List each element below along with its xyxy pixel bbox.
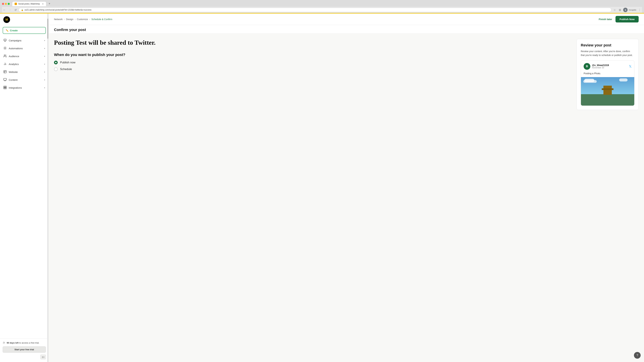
chevron-down-icon-website: ▾ — [44, 71, 45, 73]
post-headline: Posting Test will be shared to Twitter. — [54, 39, 570, 46]
sidebar-item-label-automations: Automations — [9, 47, 23, 50]
page-title: Confirm your post — [54, 28, 639, 32]
radio-schedule[interactable] — [54, 67, 58, 71]
collapse-sidebar-button[interactable]: ❙❙ — [40, 355, 46, 359]
breadcrumb-sep-3: › — [89, 18, 90, 21]
sidebar-item-analytics[interactable]: Analytics ▾ — [0, 60, 48, 68]
left-panel: Posting Test will be shared to Twitter. … — [54, 39, 576, 357]
new-tab-button[interactable]: + — [47, 1, 52, 6]
incognito-label: Incognito — [629, 9, 636, 11]
sidebar-item-label-website: Website — [9, 70, 18, 73]
content-icon — [3, 78, 7, 82]
breadcrumb-schedule-confirm: Schedule & Confirm — [92, 18, 112, 21]
analytics-icon — [3, 62, 7, 66]
browser-tab[interactable]: Social posts | Mailchimp ✕ — [12, 1, 46, 6]
post-text: Posting a Photo. — [581, 72, 634, 77]
radio-option-schedule[interactable]: Schedule — [54, 67, 570, 71]
sidebar-item-campaigns[interactable]: Campaigns ▾ — [0, 36, 48, 44]
radio-option-publish-now[interactable]: Publish now — [54, 61, 570, 64]
breadcrumb-network[interactable]: Network — [54, 18, 62, 21]
sidebar-item-automations[interactable]: Automations ▾ — [0, 44, 48, 52]
page-title-area: Confirm your post — [49, 25, 644, 33]
help-button[interactable]: ? — [634, 352, 641, 359]
chevron-down-icon-integrations: ▾ — [44, 87, 45, 89]
publish-question: When do you want to publish your post? — [54, 53, 570, 57]
breadcrumb-design[interactable]: Design — [66, 18, 74, 21]
browser-menu-button[interactable]: ⋮ — [637, 8, 642, 12]
pencil-icon: ✏️ — [6, 29, 8, 32]
sidebar-item-integrations[interactable]: Integrations ▾ — [0, 84, 48, 92]
sidebar-item-content[interactable]: Content ▾ — [0, 76, 48, 84]
sidebar-item-label-integrations: Integrations — [9, 86, 22, 89]
chevron-down-icon: ▾ — [44, 39, 45, 42]
breadcrumb-customize[interactable]: Customize — [77, 18, 88, 21]
window-close[interactable] — [2, 3, 4, 5]
sidebar-item-website[interactable]: Website ▾ — [0, 68, 48, 76]
breadcrumb-sep-1: › — [64, 18, 65, 21]
address-bar[interactable]: 🔒 us21.admin.mailchimp.com/social-posts/… — [18, 8, 612, 12]
chevron-down-icon-automations: ▾ — [44, 47, 45, 50]
top-bar-actions: Finish later Publish Now — [599, 16, 639, 22]
post-preview-card: B @s_bhea21319 November 30 𝕏 Posting a P… — [581, 60, 634, 106]
twitter-icon: 𝕏 — [629, 64, 632, 68]
create-button[interactable]: ✏️ Create — [3, 27, 46, 34]
question-mark-icon: ? — [636, 354, 638, 357]
trial-info-text: 90 days left to access a free trial. — [7, 341, 39, 345]
svg-point-1 — [4, 55, 5, 56]
campaigns-icon — [3, 38, 7, 42]
audience-icon — [3, 54, 7, 58]
post-meta: @s_bhea21319 November 30 — [592, 64, 627, 69]
chevron-down-icon-content: ▾ — [44, 79, 45, 81]
sidebar: M ✏️ Create Campaigns ▾ — [0, 13, 49, 362]
website-icon — [3, 70, 7, 74]
post-image — [581, 77, 634, 106]
svg-point-0 — [5, 48, 6, 49]
extensions-button[interactable]: ⊞ — [618, 8, 622, 12]
lock-icon: 🔒 — [21, 9, 24, 11]
svg-rect-5 — [4, 70, 6, 73]
post-header: B @s_bhea21319 November 30 𝕏 — [581, 61, 634, 72]
post-date: November 30 — [592, 66, 627, 69]
start-trial-button[interactable]: Start your free trial — [3, 347, 46, 353]
svg-rect-13 — [4, 88, 5, 89]
radio-publish-now[interactable] — [54, 61, 58, 64]
integrations-icon — [3, 86, 7, 90]
tab-title: Social posts | Mailchimp — [18, 3, 40, 5]
publish-options: Publish now Schedule — [54, 61, 570, 71]
breadcrumb-sep-2: › — [75, 18, 76, 21]
sidebar-footer: ⏱ 90 days left to access a free trial. S… — [0, 338, 48, 362]
sidebar-nav: Campaigns ▾ Automations ▾ — [0, 36, 48, 92]
nav-forward-button[interactable]: → — [8, 8, 12, 12]
sidebar-item-label-campaigns: Campaigns — [9, 39, 22, 42]
trial-clock-icon: ⏱ — [3, 342, 5, 344]
finish-later-button[interactable]: Finish later — [599, 18, 612, 21]
breadcrumb: Network › Design › Customize › Schedule … — [54, 18, 112, 21]
browser-chrome: Social posts | Mailchimp ✕ + ← → ↺ 🔒 us2… — [0, 0, 644, 13]
window-minimize[interactable] — [5, 3, 7, 5]
automations-icon — [3, 46, 7, 50]
sidebar-item-label-audience: Audience — [9, 55, 19, 58]
app-container: M ✏️ Create Campaigns ▾ — [0, 13, 644, 362]
profile-avatar-browser[interactable]: S — [623, 7, 628, 12]
svg-rect-12 — [5, 86, 6, 87]
post-avatar: B — [584, 63, 590, 70]
sidebar-scrollbar[interactable] — [47, 13, 48, 362]
sidebar-logo: M — [0, 13, 48, 26]
main-content: Network › Design › Customize › Schedule … — [49, 13, 644, 362]
tab-close-icon[interactable]: ✕ — [42, 3, 44, 5]
sidebar-item-audience[interactable]: Audience ▾ — [0, 52, 48, 60]
content-body: Posting Test will be shared to Twitter. … — [49, 33, 644, 362]
publish-now-button[interactable]: Publish Now — [616, 16, 639, 22]
top-bar: Network › Design › Customize › Schedule … — [49, 13, 644, 25]
sidebar-item-label-analytics: Analytics — [9, 63, 19, 65]
sidebar-item-label-content: Content — [9, 78, 18, 81]
review-title: Review your post — [581, 43, 634, 47]
create-label: Create — [10, 29, 18, 32]
bookmark-button[interactable]: ☆ — [612, 8, 617, 12]
nav-refresh-button[interactable]: ↺ — [14, 8, 18, 12]
nav-back-button[interactable]: ← — [2, 8, 7, 12]
url-text: us21.admin.mailchimp.com/social-posts/ed… — [24, 9, 92, 11]
review-panel: Review your post Review your content. Af… — [576, 39, 639, 110]
svg-rect-8 — [4, 78, 6, 80]
window-maximize[interactable] — [8, 3, 10, 5]
